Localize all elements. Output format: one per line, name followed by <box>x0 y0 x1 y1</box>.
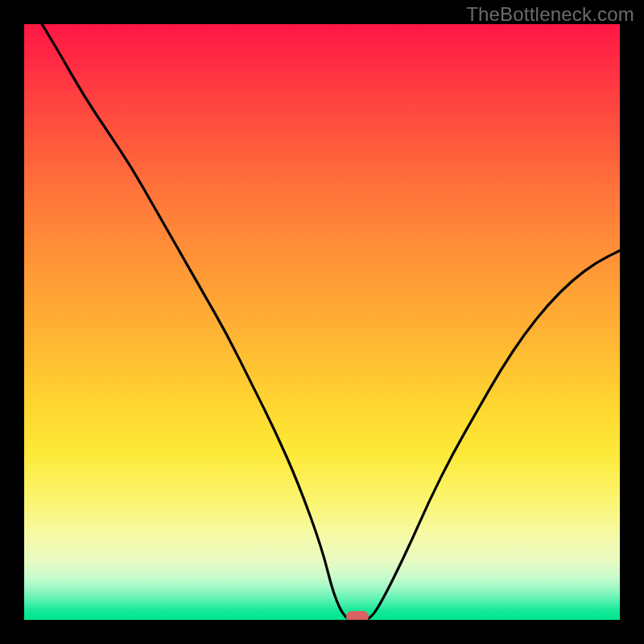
bottleneck-curve <box>24 24 620 620</box>
watermark-text: TheBottleneck.com <box>466 3 634 26</box>
plot-area <box>24 24 620 620</box>
optimal-point-marker <box>346 611 369 620</box>
chart-frame: TheBottleneck.com <box>0 0 644 644</box>
